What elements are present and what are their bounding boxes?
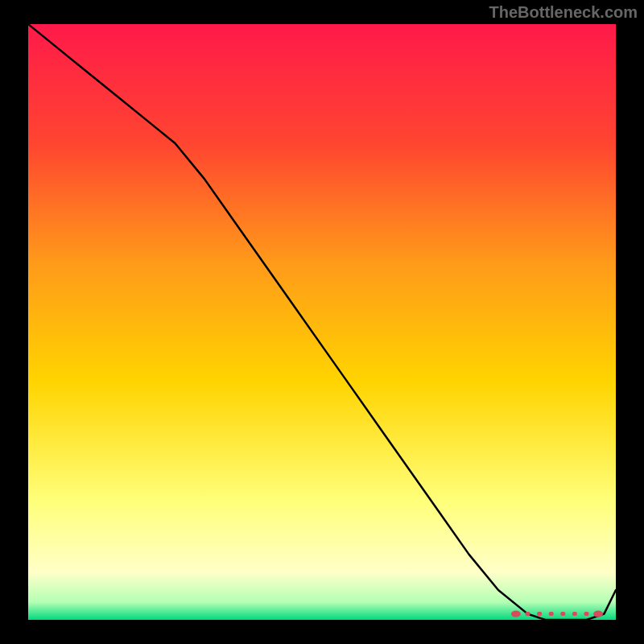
svg-rect-7 (584, 612, 589, 616)
svg-rect-4 (549, 612, 554, 616)
svg-rect-2 (526, 612, 530, 616)
gradient-background (28, 24, 616, 620)
chart-svg (28, 24, 616, 620)
svg-rect-3 (537, 612, 542, 616)
watermark-label: TheBottleneck.com (489, 3, 638, 22)
svg-rect-6 (572, 612, 577, 616)
chart-frame: TheBottleneck.com (0, 0, 644, 644)
svg-rect-5 (560, 612, 565, 616)
svg-point-0 (511, 611, 521, 617)
plot-area (28, 24, 616, 620)
svg-point-1 (593, 611, 603, 617)
